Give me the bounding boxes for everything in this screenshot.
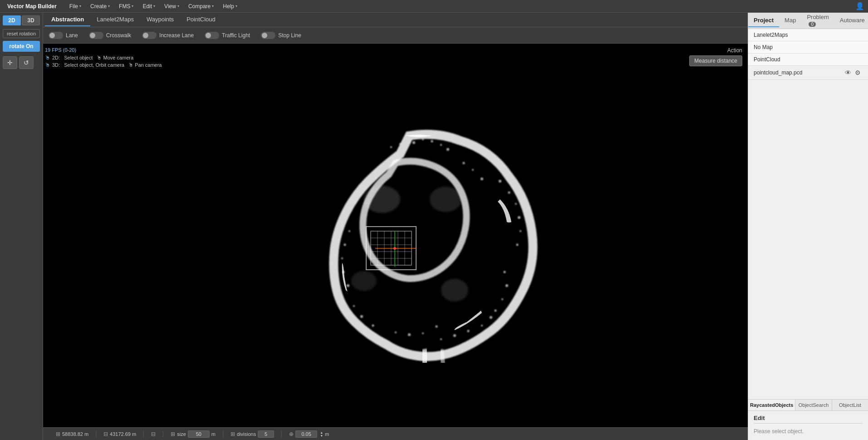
action-label: Action	[689, 47, 742, 54]
svg-point-16	[431, 140, 433, 142]
divisions-input[interactable]	[258, 430, 274, 438]
tab-abstraction[interactable]: Abstraction	[45, 13, 90, 26]
svg-point-44	[372, 324, 374, 326]
svg-point-48	[505, 284, 508, 287]
menu-fms[interactable]: FMS ▾	[115, 2, 137, 10]
menu-compare[interactable]: Compare ▾	[185, 2, 217, 10]
crosswalk-toggle-label: Crosswalk	[106, 32, 131, 39]
right-tab-autoware[interactable]: Autoware	[834, 14, 868, 27]
menu-create[interactable]: Create ▾	[87, 2, 113, 10]
user-icon[interactable]: 👤	[855, 2, 864, 10]
svg-point-42	[408, 333, 411, 336]
step-icon: ⊕	[289, 431, 294, 437]
left-panel: 2D 3D reset rotation rotate On ✛ ↺	[0, 13, 43, 440]
status-coord2: ⊟ 43172.69 m	[96, 431, 144, 437]
svg-point-50	[494, 309, 496, 311]
crosswalk-toggle[interactable]	[89, 32, 103, 39]
view-3d-button[interactable]: 3D	[22, 15, 40, 25]
menubar-right: 👤	[855, 2, 864, 10]
edit-label: Edit	[754, 415, 863, 424]
lane-toggle[interactable]	[49, 32, 63, 39]
divisions-icon: ⊞	[230, 431, 235, 437]
svg-point-22	[508, 191, 510, 193]
svg-point-30	[453, 334, 456, 337]
menu-edit[interactable]: Edit ▾	[139, 2, 159, 10]
menu-view[interactable]: View ▾	[161, 2, 183, 10]
menu-view-arrow: ▾	[177, 4, 179, 8]
traffic-light-toggle[interactable]	[205, 32, 219, 39]
2d-cursor-icon: 🖱	[45, 54, 50, 61]
move-tool-button[interactable]: ✛	[3, 56, 17, 69]
center-area: Abstraction Lanelet2Maps Waypoints Point…	[43, 13, 748, 440]
reset-rotation-button[interactable]: reset rotation	[3, 29, 40, 38]
viewport[interactable]: 19 FPS (0-20) 🖱 2D: Select object 🖱 Move…	[43, 44, 748, 427]
tab-lanelet2maps[interactable]: Lanelet2Maps	[90, 13, 140, 26]
svg-point-49	[501, 298, 503, 300]
step-unit: m	[325, 431, 329, 437]
gear-icon: ⚙	[855, 69, 861, 76]
project-item-pointcloud[interactable]: PointCloud	[748, 54, 868, 66]
increase-lane-toggle-label: Increase Lane	[159, 32, 194, 39]
step-input[interactable]	[295, 430, 317, 438]
svg-point-14	[412, 141, 415, 144]
bottom-tab-objectlist[interactable]: ObjectList	[832, 400, 868, 410]
bottom-panel-tabs: RaycastedObjects ObjectSearch ObjectList	[748, 399, 868, 411]
app-brand: Vector Map Builder	[4, 2, 60, 10]
pointcloud-visibility-button[interactable]: 👁	[843, 68, 853, 77]
stop-line-toggle[interactable]	[261, 32, 275, 39]
step-down-arrow[interactable]: ▼	[320, 434, 323, 437]
svg-point-43	[395, 331, 397, 333]
pointcloud-file-row: pointcloud_map.pcd 👁 ⚙	[748, 66, 868, 80]
right-tab-map[interactable]: Map	[779, 14, 801, 27]
edit-placeholder: Please select object.	[754, 426, 863, 436]
measure-distance-button[interactable]: Measure distance	[689, 55, 742, 66]
pointcloud-settings-button[interactable]: ⚙	[853, 68, 863, 77]
panel-spacer	[748, 80, 868, 399]
project-item-lanelet2maps[interactable]: Lanelet2Maps	[748, 29, 868, 41]
project-item-no-map[interactable]: No Map	[748, 41, 868, 54]
toggle-lane: Lane	[49, 32, 78, 39]
menu-fms-arrow: ▾	[132, 4, 133, 8]
view-2d-button[interactable]: 2D	[3, 15, 21, 25]
status-size: ⊞ size m	[163, 430, 223, 438]
edit-section: Edit Please select object.	[748, 411, 868, 440]
svg-point-19	[399, 143, 401, 145]
coord2-value: 43172.69 m	[110, 431, 136, 437]
pointcloud-file-name: pointcloud_map.pcd	[754, 69, 843, 76]
eye-icon: 👁	[845, 69, 851, 76]
svg-point-46	[353, 305, 355, 307]
step-spinner: ▲ ▼	[320, 431, 323, 437]
right-tab-problem[interactable]: Problem 0	[801, 11, 834, 31]
svg-point-17	[440, 144, 442, 146]
rotate-tool-button[interactable]: ↺	[19, 56, 34, 69]
menu-bar: Vector Map Builder File ▾ Create ▾ FMS ▾…	[0, 0, 868, 13]
svg-point-26	[516, 243, 518, 246]
svg-point-20	[390, 146, 392, 148]
size-input[interactable]	[188, 430, 210, 438]
menu-edit-arrow: ▾	[153, 4, 155, 8]
svg-point-32	[347, 284, 349, 287]
tab-waypoints[interactable]: Waypoints	[140, 13, 180, 26]
right-tab-project[interactable]: Project	[748, 14, 779, 27]
project-section: Lanelet2Maps No Map PointCloud	[748, 29, 868, 66]
menu-help[interactable]: Help ▾	[219, 2, 241, 10]
bottom-tab-objectsearch[interactable]: ObjectSearch	[795, 400, 832, 410]
status-coord1: ⊞ 58838.82 m	[49, 431, 96, 437]
svg-point-40	[435, 325, 437, 327]
menu-file[interactable]: File ▾	[66, 2, 85, 10]
ruler-icon: ⊟	[151, 431, 156, 437]
svg-point-54	[351, 271, 377, 291]
pointcloud-visualization	[43, 44, 748, 427]
increase-lane-toggle[interactable]	[142, 32, 157, 39]
svg-point-29	[467, 330, 469, 332]
svg-point-23	[515, 203, 517, 205]
bottom-tab-raycasted[interactable]: RaycastedObjects	[748, 400, 795, 410]
right-panel-tabs: Project Map Problem 0 Autoware	[748, 13, 868, 29]
svg-point-35	[343, 243, 346, 246]
divisions-label: divisions	[237, 431, 256, 437]
rotate-icon: ↺	[24, 59, 29, 66]
tab-pointcloud[interactable]: PointCloud	[180, 13, 222, 26]
toggle-crosswalk: Crosswalk	[89, 32, 131, 39]
rotate-on-button[interactable]: rotate On	[3, 41, 40, 52]
step-up-arrow[interactable]: ▲	[320, 431, 323, 434]
